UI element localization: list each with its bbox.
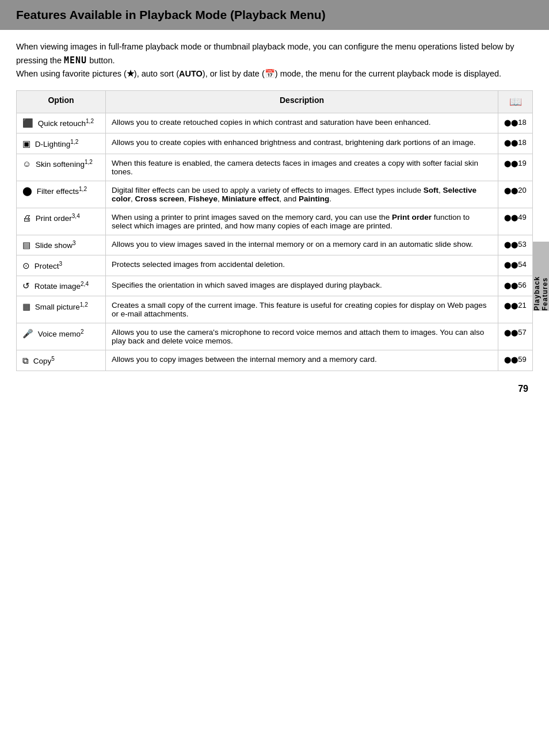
ref-cell-filter: ⬤⬤20 <box>498 181 533 208</box>
sidebar-label: Playback Features <box>533 242 549 311</box>
ref-num-voice: 57 <box>518 328 526 337</box>
quickretouch-icon: ⬛ <box>22 118 33 128</box>
page-number: 79 <box>518 384 528 394</box>
ref-cell-skin: ⬤⬤19 <box>498 154 533 181</box>
copy-icon: ⧉ <box>22 356 29 366</box>
option-label-dlighting: D-Lighting1,2 <box>35 140 78 148</box>
table-header-row: Option Description 📖 <box>17 90 533 113</box>
ref-cell-dlighting: ⬤⬤18 <box>498 133 533 154</box>
table-row: ▣ D-Lighting1,2 Allows you to create cop… <box>17 133 533 154</box>
table-row: ⊙ Protect3 Protects selected images from… <box>17 255 533 276</box>
desc-cell-slideshow: Allows you to view images saved in the i… <box>106 235 498 255</box>
table-row: ⧉ Copy5 Allows you to copy images betwee… <box>17 350 533 371</box>
ref-cell-rotate: ⬤⬤56 <box>498 276 533 296</box>
desc-text-small: Creates a small copy of the current imag… <box>112 301 487 318</box>
ref-cell-copy: ⬤⬤59 <box>498 350 533 371</box>
ref-num-slideshow: 53 <box>518 240 526 249</box>
filter-icon: ⬤ <box>22 186 32 196</box>
intro-paragraph: When viewing images in full-frame playba… <box>16 40 533 81</box>
option-label-print: Print order3,4 <box>36 214 80 223</box>
ref-arrows-protect: ⬤⬤ <box>504 261 518 268</box>
features-table: Option Description 📖 ⬛ Quick retouch1,2 … <box>16 90 533 371</box>
option-cell-rotate: ↺ Rotate image2,4 <box>17 276 106 296</box>
ref-arrows-filter: ⬤⬤ <box>504 187 518 194</box>
col-header-option: Option <box>17 90 106 113</box>
ref-num-dlighting: 18 <box>518 138 526 147</box>
book-icon: 📖 <box>509 96 522 108</box>
ref-num-small: 21 <box>518 301 526 310</box>
voice-icon: 🎤 <box>22 329 33 339</box>
desc-text-protect: Protects selected images from accidental… <box>112 260 285 269</box>
option-label-slideshow: Slide show3 <box>35 241 76 250</box>
dlighting-icon: ▣ <box>22 139 30 149</box>
option-cell-slideshow: ▤ Slide show3 <box>17 235 106 255</box>
table-row: ↺ Rotate image2,4 Specifies the orientat… <box>17 276 533 296</box>
ref-num-filter: 20 <box>518 186 526 194</box>
slideshow-icon: ▤ <box>22 240 30 250</box>
desc-cell-skin: When this feature is enabled, the camera… <box>106 154 498 181</box>
option-label-small: Small picture1,2 <box>35 303 88 311</box>
option-cell-voice: 🎤 Voice memo2 <box>17 323 106 350</box>
ref-num-copy: 59 <box>518 355 526 364</box>
option-cell-print: 🖨 Print order3,4 <box>17 208 106 235</box>
ref-cell-protect: ⬤⬤54 <box>498 255 533 276</box>
ref-arrows-print: ⬤⬤ <box>504 214 518 221</box>
table-row: ☺ Skin softening1,2 When this feature is… <box>17 154 533 181</box>
ref-cell-small: ⬤⬤21 <box>498 296 533 323</box>
ref-cell-print: ⬤⬤49 <box>498 208 533 235</box>
table-row: ⬛ Quick retouch1,2 Allows you to create … <box>17 113 533 133</box>
ref-num-print: 49 <box>518 213 526 222</box>
page-wrapper: Features Available in Playback Mode (Pla… <box>0 0 549 406</box>
option-label-quickretouch: Quick retouch1,2 <box>38 119 94 128</box>
option-label-voice: Voice memo2 <box>38 330 84 338</box>
table-row: ▦ Small picture1,2 Creates a small copy … <box>17 296 533 323</box>
ref-arrows-slideshow: ⬤⬤ <box>504 241 518 248</box>
desc-text-print: When using a printer to print images sav… <box>112 213 470 230</box>
option-cell-filter: ⬤ Filter effects1,2 <box>17 181 106 208</box>
option-cell-skin: ☺ Skin softening1,2 <box>17 154 106 181</box>
header-section: Features Available in Playback Mode (Pla… <box>0 0 549 30</box>
desc-cell-copy: Allows you to copy images between the in… <box>106 350 498 371</box>
desc-text-slideshow: Allows you to view images saved in the i… <box>112 240 473 249</box>
table-row: ▤ Slide show3 Allows you to view images … <box>17 235 533 255</box>
ref-num-quickretouch: 18 <box>518 118 526 127</box>
option-cell-small: ▦ Small picture1,2 <box>17 296 106 323</box>
desc-cell-small: Creates a small copy of the current imag… <box>106 296 498 323</box>
ref-cell-quickretouch: ⬤⬤18 <box>498 113 533 133</box>
rotate-icon: ↺ <box>22 281 30 291</box>
ref-num-protect: 54 <box>518 260 526 269</box>
table-row: 🖨 Print order3,4 When using a printer to… <box>17 208 533 235</box>
small-icon: ▦ <box>22 301 30 312</box>
desc-cell-print: When using a printer to print images sav… <box>106 208 498 235</box>
col-header-description: Description <box>106 90 498 113</box>
ref-cell-slideshow: ⬤⬤53 <box>498 235 533 255</box>
option-cell-copy: ⧉ Copy5 <box>17 350 106 371</box>
menu-word: MENU <box>64 55 87 66</box>
desc-cell-voice: Allows you to use the camera's microphon… <box>106 323 498 350</box>
option-label-protect: Protect3 <box>35 262 62 270</box>
table-row: 🎤 Voice memo2 Allows you to use the came… <box>17 323 533 350</box>
desc-cell-rotate: Specifies the orientation in which saved… <box>106 276 498 296</box>
option-cell-dlighting: ▣ D-Lighting1,2 <box>17 133 106 154</box>
desc-text-filter: Digital filter effects can be used to ap… <box>112 186 476 203</box>
print-icon: 🖨 <box>22 213 31 223</box>
ref-arrows-copy: ⬤⬤ <box>504 356 518 363</box>
ref-num-skin: 19 <box>518 159 526 167</box>
ref-cell-voice: ⬤⬤57 <box>498 323 533 350</box>
intro-text-2: button. When using favorite pictures (★)… <box>16 56 501 78</box>
ref-arrows-skin: ⬤⬤ <box>504 160 518 167</box>
option-label-rotate: Rotate image2,4 <box>35 282 89 291</box>
sidebar-tab: Playback Features <box>533 242 549 311</box>
ref-arrows-rotate: ⬤⬤ <box>504 282 518 289</box>
desc-text-quickretouch: Allows you to create retouched copies in… <box>112 118 431 127</box>
option-label-filter: Filter effects1,2 <box>37 187 87 196</box>
protect-icon: ⊙ <box>22 261 30 271</box>
option-label-copy: Copy5 <box>33 357 55 365</box>
table-row: ⬤ Filter effects1,2 Digital filter effec… <box>17 181 533 208</box>
desc-cell-dlighting: Allows you to create copies with enhance… <box>106 133 498 154</box>
skin-icon: ☺ <box>22 159 31 169</box>
desc-text-rotate: Specifies the orientation in which saved… <box>112 281 382 289</box>
ref-arrows-small: ⬤⬤ <box>504 302 518 309</box>
page-title: Features Available in Playback Mode (Pla… <box>16 8 533 22</box>
desc-text-dlighting: Allows you to create copies with enhance… <box>112 138 476 147</box>
